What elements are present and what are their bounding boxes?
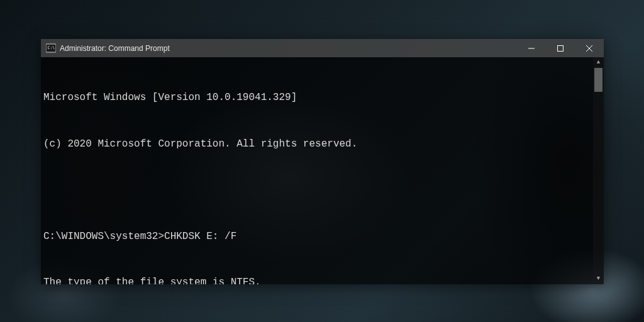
window-titlebar[interactable]: C:\ Administrator: Command Prompt xyxy=(41,39,604,57)
vertical-scrollbar[interactable]: ▲ ▼ xyxy=(593,57,604,284)
terminal-line: (c) 2020 Microsoft Corporation. All righ… xyxy=(43,136,601,152)
svg-text:C:\: C:\ xyxy=(48,45,55,50)
terminal-line: C:\WINDOWS\system32>CHKDSK E: /F xyxy=(43,229,601,245)
window-title: Administrator: Command Prompt xyxy=(60,44,170,53)
command-prompt-window: C:\ Administrator: Command Prompt Micros… xyxy=(41,39,604,284)
scroll-down-arrow-icon[interactable]: ▼ xyxy=(593,274,604,284)
svg-rect-3 xyxy=(558,45,564,51)
scroll-thumb[interactable] xyxy=(594,68,602,92)
close-button[interactable] xyxy=(575,39,604,57)
terminal-output[interactable]: Microsoft Windows [Version 10.0.19041.32… xyxy=(41,57,604,284)
terminal-line-blank xyxy=(43,182,601,198)
scroll-up-arrow-icon[interactable]: ▲ xyxy=(593,57,604,68)
terminal-line: The type of the file system is NTFS. xyxy=(43,275,601,284)
maximize-button[interactable] xyxy=(546,39,575,57)
cmd-icon: C:\ xyxy=(46,43,56,53)
terminal-line: Microsoft Windows [Version 10.0.19041.32… xyxy=(43,90,601,106)
minimize-button[interactable] xyxy=(517,39,546,57)
